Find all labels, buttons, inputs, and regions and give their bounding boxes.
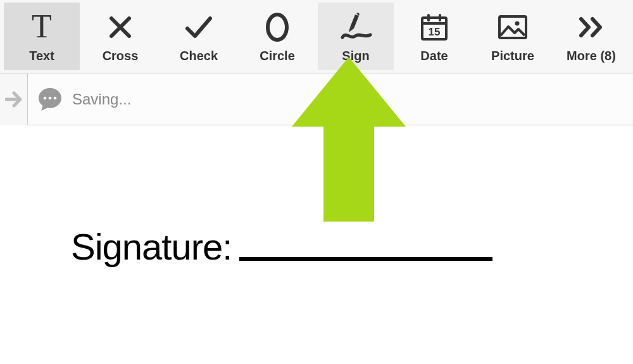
svg-point-1 xyxy=(268,15,287,40)
date-tool-button[interactable]: 15 Date xyxy=(396,3,472,70)
tool-label: Text xyxy=(29,49,54,63)
more-tool-button[interactable]: More (8) xyxy=(553,3,629,70)
svg-point-9 xyxy=(44,96,47,99)
chevrons-right-icon xyxy=(576,9,606,45)
tool-label: Date xyxy=(420,49,448,63)
cross-tool-button[interactable]: Cross xyxy=(82,3,158,70)
picture-icon xyxy=(497,9,529,45)
circle-icon xyxy=(263,9,291,45)
status-text: Saving... xyxy=(72,91,131,108)
chat-bubble-icon xyxy=(37,86,63,113)
check-tool-button[interactable]: Check xyxy=(161,3,237,70)
tool-label: More (8) xyxy=(567,49,616,63)
svg-rect-7 xyxy=(499,16,526,38)
tool-label: Circle xyxy=(260,49,295,63)
sign-icon xyxy=(337,9,374,45)
text-tool-button[interactable]: T Text xyxy=(4,3,80,70)
signature-line[interactable] xyxy=(239,257,492,261)
cross-icon xyxy=(106,9,134,45)
text-icon: T xyxy=(28,9,56,45)
svg-text:T: T xyxy=(32,12,52,42)
document-canvas[interactable]: Signature: xyxy=(0,125,633,364)
picture-tool-button[interactable]: Picture xyxy=(475,3,551,70)
svg-text:15: 15 xyxy=(429,26,441,38)
svg-point-10 xyxy=(49,96,52,99)
svg-point-11 xyxy=(54,96,57,99)
tool-label: Picture xyxy=(491,49,534,63)
check-icon xyxy=(184,9,214,45)
annotation-arrow xyxy=(292,57,406,230)
status-forward-button[interactable] xyxy=(0,73,28,125)
signature-field[interactable]: Signature: xyxy=(71,225,492,268)
calendar-icon: 15 xyxy=(420,9,449,45)
tool-label: Check xyxy=(180,49,218,63)
svg-point-8 xyxy=(515,22,520,26)
arrow-right-icon xyxy=(5,91,23,108)
tool-label: Cross xyxy=(103,49,139,63)
signature-label: Signature: xyxy=(71,225,232,268)
